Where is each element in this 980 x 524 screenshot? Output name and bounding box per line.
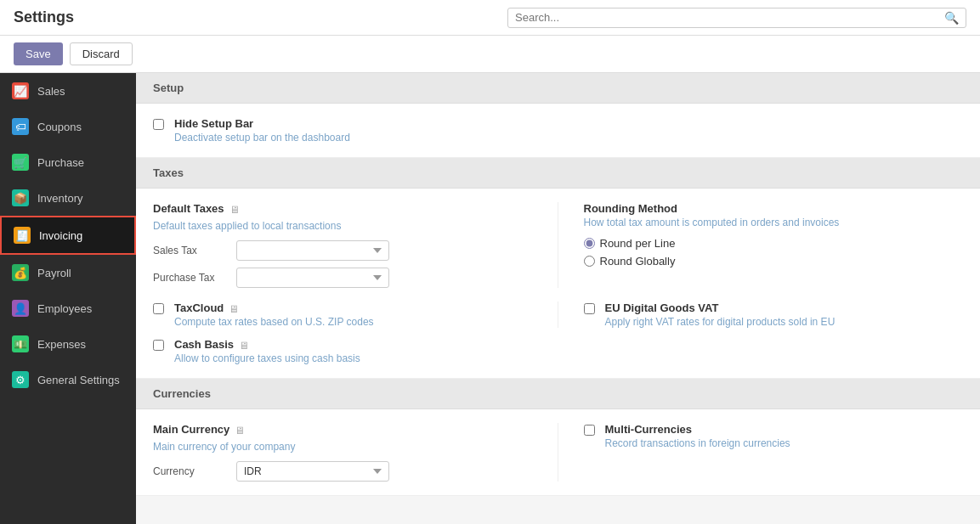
taxcloud-info-icon[interactable]: 🖥 [229, 303, 239, 315]
currencies-grid: Main Currency 🖥 Main currency of your co… [153, 423, 963, 482]
search-bar: 🔍 [507, 8, 966, 28]
taxcloud-eu-grid: TaxCloud 🖥 Compute tax rates based on U.… [153, 301, 963, 328]
hide-setup-bar-content: Hide Setup Bar Deactivate setup bar on t… [174, 117, 350, 144]
main-currency-col: Main Currency 🖥 Main currency of your co… [153, 423, 558, 482]
currencies-section-header: Currencies [136, 379, 980, 409]
eu-vat-content: EU Digital Goods VAT Apply right VAT rat… [605, 301, 836, 328]
round-globally-option[interactable]: Round Globally [584, 255, 964, 268]
round-per-line-radio[interactable] [584, 238, 595, 249]
sidebar-item-invoicing[interactable]: 🧾 Invoicing [0, 216, 136, 255]
round-globally-label: Round Globally [600, 255, 676, 268]
multi-currency-label: Multi-Currencies [605, 423, 790, 436]
main-currency-info-icon[interactable]: 🖥 [235, 425, 245, 437]
multi-currency-checkbox[interactable] [584, 425, 595, 436]
eu-vat-row: EU Digital Goods VAT Apply right VAT rat… [584, 301, 964, 328]
sidebar-label-employees: Employees [37, 302, 92, 315]
default-taxes-desc: Default taxes applied to local transacti… [153, 220, 532, 232]
sidebar-item-sales[interactable]: 📈 Sales [0, 73, 136, 109]
purchase-tax-select[interactable] [236, 268, 389, 288]
default-taxes-info-icon[interactable]: 🖥 [229, 204, 240, 216]
sidebar-label-general-settings: General Settings [37, 374, 120, 386]
default-taxes-header: Default Taxes 🖥 [153, 202, 532, 217]
sidebar-item-expenses[interactable]: 💵 Expenses [0, 326, 136, 362]
taxes-grid: Default Taxes 🖥 Default taxes applied to… [153, 202, 963, 288]
multi-currency-col: Multi-Currencies Record transactions in … [558, 423, 964, 482]
purchase-tax-label: Purchase Tax [153, 272, 229, 284]
taxcloud-desc: Compute tax rates based on U.S. ZIP code… [174, 316, 374, 328]
taxcloud-row: TaxCloud 🖥 Compute tax rates based on U.… [153, 301, 532, 328]
discard-button[interactable]: Discard [70, 42, 133, 65]
rounding-method-desc: How total tax amount is computed in orde… [584, 217, 964, 228]
currency-select[interactable]: IDR [236, 461, 389, 482]
coupons-icon: 🏷 [12, 118, 29, 135]
sidebar: 📈 Sales 🏷 Coupons 🛒 Purchase 📦 Inventory… [0, 73, 136, 524]
sidebar-label-inventory: Inventory [37, 192, 82, 205]
eu-vat-desc: Apply right VAT rates for digital produc… [605, 316, 836, 328]
cash-basis-section: Cash Basis 🖥 Allow to configure taxes us… [153, 338, 963, 364]
sales-tax-select[interactable] [236, 240, 389, 261]
hide-setup-bar-row: Hide Setup Bar Deactivate setup bar on t… [153, 117, 963, 144]
invoicing-icon: 🧾 [14, 227, 31, 244]
currency-row: Currency IDR [153, 461, 532, 482]
cash-basis-info-icon[interactable]: 🖥 [239, 340, 249, 352]
main-layout: 📈 Sales 🏷 Coupons 🛒 Purchase 📦 Inventory… [0, 73, 980, 524]
rounding-method-col: Rounding Method How total tax amount is … [558, 202, 964, 288]
inventory-icon: 📦 [12, 189, 29, 206]
multi-currency-desc: Record transactions in foreign currencie… [605, 437, 790, 449]
sidebar-item-purchase[interactable]: 🛒 Purchase [0, 144, 136, 180]
sidebar-item-payroll[interactable]: 💰 Payroll [0, 255, 136, 290]
sales-icon: 📈 [12, 82, 29, 99]
cash-basis-checkbox[interactable] [153, 340, 164, 351]
setup-section-header: Setup [136, 73, 980, 104]
main-currency-desc: Main currency of your company [153, 441, 532, 453]
search-icon: 🔍 [944, 11, 959, 25]
cash-basis-row: Cash Basis 🖥 Allow to configure taxes us… [153, 338, 963, 364]
multi-currency-row: Multi-Currencies Record transactions in … [584, 423, 964, 449]
sidebar-item-general-settings[interactable]: ⚙ General Settings [0, 362, 136, 397]
sales-tax-label: Sales Tax [153, 245, 229, 256]
purchase-tax-row: Purchase Tax [153, 268, 532, 288]
hide-setup-bar-desc: Deactivate setup bar on the dashboard [174, 132, 350, 144]
hide-setup-bar-label: Hide Setup Bar [174, 117, 350, 130]
sidebar-item-coupons[interactable]: 🏷 Coupons [0, 109, 136, 144]
currencies-section-body: Main Currency 🖥 Main currency of your co… [136, 409, 980, 496]
page-title: Settings [14, 8, 74, 26]
sidebar-label-invoicing: Invoicing [39, 229, 82, 242]
sidebar-label-expenses: Expenses [37, 338, 86, 351]
cash-basis-desc: Allow to configure taxes using cash basi… [174, 352, 360, 364]
rounding-method-label: Rounding Method [584, 202, 964, 215]
round-per-line-label: Round per Line [600, 237, 676, 250]
setup-section-body: Hide Setup Bar Deactivate setup bar on t… [136, 104, 980, 158]
sidebar-item-inventory[interactable]: 📦 Inventory [0, 180, 136, 216]
eu-vat-checkbox[interactable] [584, 303, 595, 314]
tax-fields: Sales Tax Purchase Tax [153, 240, 532, 288]
cash-basis-label: Cash Basis [174, 338, 234, 351]
sidebar-item-employees[interactable]: 👤 Employees [0, 290, 136, 326]
sidebar-label-payroll: Payroll [37, 267, 71, 279]
search-input[interactable] [515, 11, 944, 24]
hide-setup-bar-checkbox[interactable] [153, 119, 164, 130]
save-button[interactable]: Save [14, 42, 63, 65]
payroll-icon: 💰 [12, 264, 29, 281]
multi-currency-content: Multi-Currencies Record transactions in … [605, 423, 790, 449]
purchase-icon: 🛒 [12, 154, 29, 171]
taxcloud-label: TaxCloud [174, 301, 224, 314]
round-globally-radio[interactable] [584, 256, 595, 267]
rounding-radio-group: Round per Line Round Globally [584, 237, 964, 268]
general-settings-icon: ⚙ [12, 371, 29, 388]
sidebar-label-sales: Sales [37, 85, 65, 98]
expenses-icon: 💵 [12, 335, 29, 352]
top-bar: Settings 🔍 [0, 0, 980, 36]
default-taxes-col: Default Taxes 🖥 Default taxes applied to… [153, 202, 558, 288]
sidebar-label-coupons: Coupons [37, 121, 82, 133]
sales-tax-row: Sales Tax [153, 240, 532, 261]
dashboard-link[interactable]: on the dashboard [270, 132, 349, 144]
eu-vat-col: EU Digital Goods VAT Apply right VAT rat… [558, 301, 964, 328]
sidebar-label-purchase: Purchase [37, 156, 84, 169]
taxes-section-body: Default Taxes 🖥 Default taxes applied to… [136, 189, 980, 379]
taxcloud-content: TaxCloud 🖥 Compute tax rates based on U.… [174, 301, 374, 328]
cash-basis-content: Cash Basis 🖥 Allow to configure taxes us… [174, 338, 360, 364]
round-per-line-option[interactable]: Round per Line [584, 237, 964, 250]
taxcloud-checkbox[interactable] [153, 303, 164, 314]
eu-vat-label: EU Digital Goods VAT [605, 301, 836, 314]
